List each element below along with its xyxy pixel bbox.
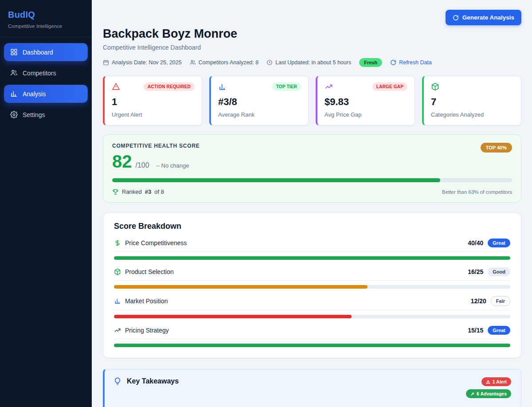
bar-chart-icon bbox=[10, 90, 18, 98]
trending-up-icon bbox=[325, 82, 333, 91]
score-breakdown-title: Score Breakdown bbox=[114, 222, 510, 231]
stat-badge: LARGE GAP bbox=[372, 82, 407, 91]
dollar-icon bbox=[114, 239, 121, 247]
breakdown-progress-track bbox=[114, 256, 510, 260]
advantages-count-badge: ↗ 6 Advantages bbox=[466, 389, 511, 398]
stat-label: Avg Price Gap bbox=[325, 111, 407, 118]
package-icon bbox=[114, 268, 121, 275]
refresh-icon bbox=[453, 15, 459, 21]
breakdown-label: Market Position bbox=[125, 297, 168, 305]
brand-tagline: Competitive Intelligence bbox=[8, 23, 84, 29]
breakdown-progress-track bbox=[114, 344, 510, 347]
trend-icon: ↗ bbox=[470, 391, 474, 396]
meta-row: Analysis Date: Nov 25, 2025 Competitors … bbox=[103, 58, 521, 67]
users-icon bbox=[190, 59, 196, 66]
breakdown-label: Pricing Strategy bbox=[125, 327, 169, 334]
breakdown-progress-track bbox=[114, 315, 510, 318]
topbar: Generate Analysis bbox=[103, 10, 521, 25]
breakdown-rating-badge: Fair bbox=[491, 296, 510, 306]
last-updated: Last Updated: in about 5 hours bbox=[266, 59, 351, 66]
sidebar: BudIQ Competitive Intelligence Dashboard… bbox=[0, 0, 92, 407]
stat-badge: ACTION REQUIRED bbox=[144, 82, 195, 91]
stat-value: $9.83 bbox=[325, 96, 407, 108]
analysis-date-text: Analysis Date: Nov 25, 2025 bbox=[112, 59, 182, 66]
stat-value: 1 bbox=[112, 96, 195, 108]
brand: BudIQ Competitive Intelligence bbox=[0, 0, 92, 37]
breakdown-label: Product Selection bbox=[125, 268, 174, 275]
stat-badge: TOP TIER bbox=[272, 82, 301, 91]
breakdown-rating-badge: Great bbox=[488, 239, 510, 247]
takeaway-item: 1 pricing area need attention bbox=[113, 404, 511, 407]
rank-summary: Ranked #3 of 8 bbox=[112, 188, 164, 195]
top-percent-badge: TOP 40% bbox=[481, 143, 512, 153]
lightbulb-icon bbox=[113, 377, 121, 385]
stat-label: Average Rank bbox=[218, 111, 301, 118]
breakdown-row-price-competitiveness: Price Competitiveness 40/40 Great bbox=[114, 239, 510, 260]
breakdown-score: 16/25 bbox=[468, 268, 483, 275]
sidebar-item-competitors[interactable]: Competitors bbox=[4, 64, 87, 82]
stat-value: #3/8 bbox=[218, 96, 301, 108]
generate-analysis-label: Generate Analysis bbox=[462, 14, 514, 21]
calendar-icon bbox=[103, 59, 109, 66]
health-progress-fill bbox=[112, 178, 440, 182]
sidebar-nav: Dashboard Competitors Analysis Settings bbox=[0, 37, 92, 129]
breakdown-score: 15/15 bbox=[468, 327, 483, 334]
sidebar-item-settings[interactable]: Settings bbox=[4, 106, 87, 123]
sidebar-item-label: Analysis bbox=[23, 90, 46, 98]
health-score-heading: COMPETITIVE HEALTH SCORE bbox=[112, 143, 200, 149]
refresh-data-label: Refresh Data bbox=[399, 59, 432, 66]
competitive-health-score-card: COMPETITIVE HEALTH SCORE 82 /100 – No ch… bbox=[103, 134, 521, 203]
minus-icon: – bbox=[156, 162, 160, 169]
breakdown-progress-fill bbox=[114, 285, 368, 289]
competitors-analyzed: Competitors Analyzed: 8 bbox=[190, 59, 259, 66]
sidebar-item-dashboard[interactable]: Dashboard bbox=[4, 43, 87, 61]
alert-count-text: 1 Alert bbox=[493, 379, 507, 384]
stat-label: Categories Analyzed bbox=[431, 111, 514, 118]
sidebar-item-analysis[interactable]: Analysis bbox=[4, 85, 87, 102]
rank-value: #3 bbox=[145, 188, 151, 195]
last-updated-text: Last Updated: in about 5 hours bbox=[275, 59, 351, 66]
main-content: Generate Analysis Backpack Boyz Monroe C… bbox=[92, 0, 532, 407]
warning-triangle-icon bbox=[112, 82, 120, 91]
better-than-text: Better than 63% of competitors bbox=[442, 189, 512, 195]
refresh-icon bbox=[390, 59, 396, 66]
trophy-icon bbox=[112, 188, 119, 195]
stat-card-categories-analyzed: 7 Categories Analyzed bbox=[422, 76, 521, 125]
bar-chart-icon bbox=[114, 297, 121, 305]
fresh-badge: Fresh bbox=[359, 58, 382, 67]
rank-suffix: of 8 bbox=[154, 188, 164, 195]
stat-card-urgent-alert: ACTION REQUIRED 1 Urgent Alert bbox=[103, 76, 202, 125]
breakdown-progress-fill bbox=[114, 344, 510, 347]
stat-card-avg-price-gap: LARGE GAP $9.83 Avg Price Gap bbox=[316, 76, 415, 125]
advantages-count-text: 6 Advantages bbox=[477, 391, 507, 396]
breakdown-row-product-selection: Product Selection 16/25 Good bbox=[114, 267, 510, 289]
sidebar-item-label: Dashboard bbox=[23, 49, 53, 56]
breakdown-score: 12/20 bbox=[471, 297, 486, 305]
breakdown-progress-fill bbox=[114, 256, 510, 260]
generate-analysis-button[interactable]: Generate Analysis bbox=[446, 10, 521, 25]
breakdown-row-pricing-strategy: Pricing Strategy 15/15 Great bbox=[114, 326, 510, 347]
health-score-max: /100 bbox=[136, 161, 149, 169]
page-subtitle: Competitive Intelligence Dashboard bbox=[103, 44, 521, 51]
breakdown-row-market-position: Market Position 12/20 Fair bbox=[114, 296, 510, 318]
breakdown-rating-badge: Good bbox=[488, 267, 510, 276]
breakdown-progress-fill bbox=[114, 315, 352, 318]
brand-logo-text: BudIQ bbox=[8, 10, 84, 20]
trending-up-icon bbox=[114, 327, 121, 334]
stat-label: Urgent Alert bbox=[112, 111, 195, 118]
health-change-text: No change bbox=[161, 162, 189, 169]
stat-card-average-rank: TOP TIER #3/8 Average Rank bbox=[209, 76, 309, 125]
sidebar-item-label: Settings bbox=[23, 111, 45, 118]
takeaways-list: 1 pricing area need attention Competitiv… bbox=[113, 404, 511, 407]
breakdown-progress-track bbox=[114, 285, 510, 289]
sidebar-item-label: Competitors bbox=[23, 70, 56, 77]
stat-value: 7 bbox=[431, 96, 514, 108]
key-takeaways-title: Key Takeaways bbox=[127, 377, 179, 385]
users-icon bbox=[10, 69, 18, 77]
rank-prefix: Ranked bbox=[122, 188, 142, 195]
analysis-date: Analysis Date: Nov 25, 2025 bbox=[103, 59, 182, 66]
refresh-data-link[interactable]: Refresh Data bbox=[390, 59, 432, 66]
competitors-analyzed-text: Competitors Analyzed: 8 bbox=[199, 59, 259, 66]
score-breakdown-card: Score Breakdown Price Competitiveness 40… bbox=[103, 212, 521, 358]
breakdown-label: Price Competitiveness bbox=[125, 239, 187, 247]
